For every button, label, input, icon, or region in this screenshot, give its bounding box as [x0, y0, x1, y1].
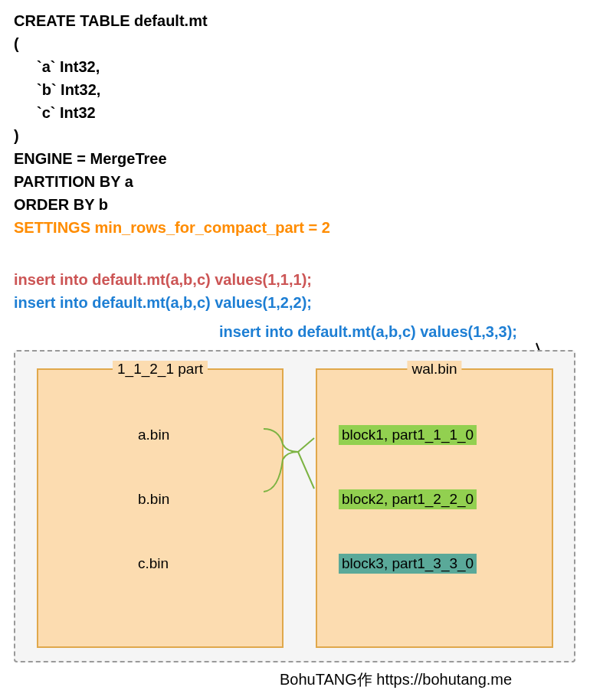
block-1: block1, part1_1_1_0: [339, 425, 477, 445]
part-title-wrap: 1_1_2_1 part: [113, 361, 208, 378]
block-3: block3, part1_3_3_0: [339, 554, 477, 574]
sql-code-block: CREATE TABLE default.mt ( `a` Int32, `b`…: [14, 9, 330, 239]
code-line-3: `a` Int32,: [14, 55, 330, 78]
code-line-4: `b` Int32,: [14, 78, 330, 101]
wal-title-wrap: wal.bin: [407, 361, 461, 378]
wal-title: wal.bin: [411, 361, 457, 377]
code-line-9: ORDER BY b: [14, 193, 330, 216]
code-line-10: SETTINGS min_rows_for_compact_part = 2: [14, 216, 330, 239]
code-line-7: ENGINE = MergeTree: [14, 147, 330, 170]
insert-statement-blue-2: insert into default.mt(a,b,c) values(1,3…: [219, 323, 517, 341]
credit-text: BohuTANG作 https://bohutang.me: [280, 669, 512, 690]
insert-statement-red: insert into default.mt(a,b,c) values(1,1…: [14, 271, 312, 289]
wal-box: wal.bin block1, part1_1_1_0 block2, part…: [316, 368, 553, 648]
file-a-bin: a.bin: [138, 427, 169, 443]
file-c-bin: c.bin: [138, 555, 169, 572]
storage-container: 1_1_2_1 part a.bin b.bin c.bin wal.bin b…: [14, 350, 575, 662]
code-line-2: (: [14, 32, 330, 55]
code-line-6: ): [14, 124, 330, 147]
code-line-8: PARTITION BY a: [14, 170, 330, 193]
code-line-5: `c` Int32: [14, 101, 330, 124]
part-title: 1_1_2_1 part: [117, 361, 203, 377]
block-2: block2, part1_2_2_0: [339, 489, 477, 509]
insert-statement-blue-1: insert into default.mt(a,b,c) values(1,2…: [14, 294, 312, 312]
part-box: 1_1_2_1 part a.bin b.bin c.bin: [37, 368, 284, 648]
code-line-1: CREATE TABLE default.mt: [14, 9, 330, 32]
file-b-bin: b.bin: [138, 491, 169, 508]
